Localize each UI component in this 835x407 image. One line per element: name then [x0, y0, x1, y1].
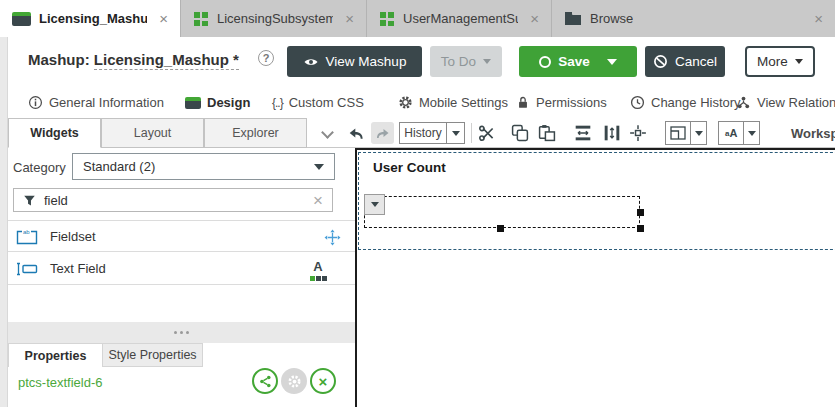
page-title: Mashup: Licensing_Mashup *	[28, 51, 239, 68]
nav-label: Mobile Settings	[419, 95, 508, 110]
help-icon[interactable]: ?	[258, 50, 274, 66]
nav-custom-css[interactable]: {..} Custom CSS	[272, 93, 364, 112]
save-circle-icon	[539, 56, 551, 68]
tab-label: Licensing_Mashup *	[39, 11, 147, 26]
resize-handle-bottom[interactable]	[497, 225, 504, 232]
resize-handle-right[interactable]	[637, 209, 644, 216]
save-label: Save	[558, 54, 590, 69]
todo-label: To Do	[441, 54, 476, 69]
close-icon[interactable]: ×	[343, 11, 356, 26]
cancel-button[interactable]: Cancel	[645, 46, 725, 77]
mashup-icon	[185, 97, 201, 109]
cancel-label: Cancel	[675, 54, 717, 69]
style-color-squares	[309, 276, 327, 281]
position-crosshair-icon[interactable]	[629, 124, 647, 142]
chevron-down-icon	[743, 122, 759, 144]
close-icon[interactable]: ×	[157, 11, 170, 26]
todo-button[interactable]: To Do	[430, 46, 502, 77]
gear-icon	[287, 374, 302, 389]
nav-mobile-settings[interactable]: Mobile Settings	[398, 93, 508, 112]
history-label: History	[400, 123, 446, 143]
folder-icon	[564, 11, 582, 26]
configure-button[interactable]	[281, 368, 307, 394]
entity-name[interactable]: Licensing_Mashup *	[94, 51, 239, 70]
tab-properties[interactable]: Properties	[8, 343, 103, 367]
canvas-label-widget[interactable]: User Count	[373, 160, 446, 175]
nav-view-relationships[interactable]: View Relationships	[736, 93, 835, 112]
prop-tab-label: Style Properties	[108, 348, 196, 362]
view-mashup-button[interactable]: View Mashup	[287, 46, 422, 77]
tab-browse[interactable]: Browse ×	[552, 0, 835, 37]
relationships-icon	[736, 95, 751, 110]
chevron-down-icon	[483, 59, 491, 64]
undo-icon[interactable]	[348, 124, 366, 142]
category-value: Standard (2)	[83, 159, 155, 174]
tab-licensing-mashup[interactable]: Licensing_Mashup * ×	[0, 0, 181, 37]
widget-dropdown-handle[interactable]	[364, 194, 385, 215]
chevron-down-icon	[314, 164, 324, 170]
save-button[interactable]: Save	[519, 46, 637, 77]
panel-tab-layout[interactable]: Layout	[101, 118, 204, 148]
style-a-icon: A	[313, 259, 322, 274]
widget-list-item-text-field[interactable]: Text Field A	[8, 253, 355, 285]
panel-tab-label: Layout	[134, 126, 172, 140]
selected-textfield-widget[interactable]	[364, 196, 640, 228]
redo-button[interactable]	[371, 122, 394, 144]
nav-permissions[interactable]: Permissions	[516, 93, 607, 112]
entity-header: Mashup: Licensing_Mashup * ? View Mashup…	[0, 37, 835, 86]
text-field-icon	[16, 261, 38, 277]
bind-button[interactable]	[252, 368, 278, 394]
left-gutter	[0, 37, 8, 407]
panel-resize-handle[interactable]	[8, 322, 355, 343]
fit-width-icon[interactable]	[574, 124, 592, 142]
panel-tab-widgets[interactable]: Widgets	[8, 118, 101, 148]
nav-label: General Information	[49, 95, 164, 110]
category-select[interactable]: Standard (2)	[72, 153, 335, 180]
more-button[interactable]: More	[745, 46, 815, 77]
panel-tab-explorer[interactable]: Explorer	[204, 118, 307, 148]
widget-filter: ×	[13, 188, 333, 212]
save-dropdown-icon[interactable]	[607, 59, 617, 65]
lock-icon	[516, 95, 530, 110]
bind-share-icon	[258, 374, 273, 389]
eye-icon	[303, 56, 319, 68]
collapse-panel-chevron-icon[interactable]	[321, 126, 334, 139]
entity-tab-bar: Licensing_Mashup * × LicensingSubsystem …	[0, 0, 835, 37]
tab-usermanagement-subsystem[interactable]: UserManagementSubsys... ×	[367, 0, 552, 37]
container-layout-dropdown[interactable]	[665, 121, 707, 145]
filter-input[interactable]	[44, 193, 313, 208]
nav-label: View Relationships	[757, 95, 835, 110]
style-theme-badge[interactable]: A	[309, 257, 327, 281]
prop-tab-label: Properties	[25, 349, 87, 363]
tab-label: UserManagementSubsys...	[403, 11, 518, 26]
widget-label: Text Field	[50, 261, 106, 276]
close-icon[interactable]: ×	[812, 11, 825, 26]
toolbar-divider	[471, 123, 472, 143]
redo-icon	[374, 125, 390, 141]
tab-style-properties[interactable]: Style Properties	[103, 343, 203, 367]
mashup-canvas[interactable]: User Count	[355, 148, 835, 407]
category-label: Category	[13, 160, 66, 175]
copy-icon[interactable]	[511, 124, 529, 142]
close-icon[interactable]: ×	[528, 11, 541, 26]
entity-type-label: Mashup:	[28, 51, 90, 68]
widget-list-item-fieldset[interactable]: ab Fieldset	[8, 220, 355, 252]
fieldset-icon: ab	[16, 228, 38, 245]
history-dropdown[interactable]: History	[399, 122, 465, 144]
nav-label: Permissions	[536, 95, 607, 110]
localization-dropdown[interactable]: aA	[718, 121, 760, 145]
clock-icon	[630, 95, 645, 110]
nav-change-history[interactable]: Change History	[630, 93, 741, 112]
mashup-icon	[12, 12, 31, 26]
paste-icon[interactable]	[538, 124, 556, 142]
clear-filter-icon[interactable]: ×	[313, 192, 323, 209]
fit-height-icon[interactable]	[603, 124, 621, 142]
delete-widget-button[interactable]: ×	[310, 368, 336, 394]
nav-general-information[interactable]: General Information	[28, 93, 164, 112]
move-icon[interactable]	[324, 229, 341, 246]
tab-licensing-subsystem[interactable]: LicensingSubsystem ×	[181, 0, 367, 37]
cut-icon[interactable]	[478, 124, 496, 142]
resize-handle-bottom-right[interactable]	[637, 225, 644, 232]
nav-design[interactable]: Design	[185, 93, 250, 112]
workspace-label: Workspace	[791, 126, 835, 141]
